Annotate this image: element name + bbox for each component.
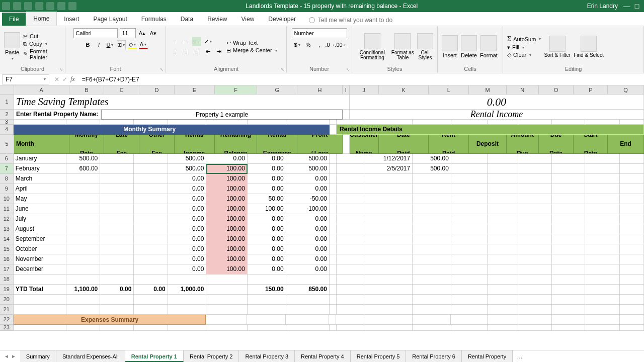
row-header[interactable]: 14 [0,234,14,244]
launcher-icon[interactable]: ⤡ [346,67,350,72]
col-header-K[interactable]: K [379,85,429,94]
cell[interactable] [585,234,620,244]
cell[interactable] [585,244,620,254]
cell[interactable] [451,315,487,325]
enter-formula-icon[interactable]: ✓ [62,76,67,83]
cell[interactable] [330,214,337,224]
cell[interactable] [552,174,585,184]
tab-data[interactable]: Data [174,13,200,26]
cell[interactable] [134,154,168,164]
cell[interactable] [66,204,100,214]
qat-icon[interactable] [57,2,65,10]
cell[interactable] [100,174,134,184]
cell[interactable] [343,110,350,120]
cell[interactable]: 0.00 [168,254,207,264]
sheet-tab[interactable]: Standard Expenses-All [56,350,125,362]
tab-file[interactable]: File [2,13,26,26]
sheet-tab[interactable]: Rental Property [462,350,513,362]
cell[interactable]: 0.00 [100,285,134,295]
cell[interactable]: 0.00 [206,154,248,164]
align-left-icon[interactable]: ≡ [170,47,179,56]
cell[interactable] [337,174,365,184]
cell[interactable]: 0.00 [168,264,207,275]
italic-button[interactable]: I [95,40,104,49]
cell[interactable] [337,184,365,194]
cell[interactable] [585,275,620,285]
cell[interactable] [134,244,168,254]
cell[interactable]: 500.00 [66,154,100,164]
cell[interactable] [330,174,337,184]
cell[interactable] [518,184,552,194]
row-header[interactable]: 3 [0,120,14,125]
cell[interactable]: RentPaid [429,135,469,154]
decrease-indent-icon[interactable]: ⇤ [203,47,212,56]
cell[interactable] [134,194,168,204]
cell[interactable] [620,214,644,224]
cell[interactable]: LateFee [104,135,139,154]
cell[interactable] [206,120,248,125]
cell[interactable] [66,174,100,184]
cell[interactable] [286,120,330,125]
cell[interactable] [66,244,100,254]
cell[interactable] [585,295,620,305]
cell[interactable]: 0.00 [248,184,286,194]
cell[interactable] [518,214,552,224]
cell[interactable]: 0.00 [168,234,207,244]
col-header-N[interactable]: N [507,85,539,94]
underline-button[interactable]: U▾ [106,40,115,49]
cell[interactable] [518,295,552,305]
autosum-button[interactable]: ΣAutoSum▾ [507,35,541,43]
cell[interactable] [585,285,620,295]
align-top-icon[interactable]: ≡ [170,37,179,46]
cell[interactable]: 0.00 [168,174,207,184]
cell[interactable] [585,315,620,325]
row-header[interactable]: 8 [0,174,14,184]
cell[interactable] [14,305,66,315]
cell[interactable] [206,295,248,305]
cell[interactable]: March [14,174,66,184]
cell[interactable] [286,275,330,285]
cell[interactable] [451,325,488,331]
cell[interactable] [518,315,552,325]
cell[interactable] [488,275,518,285]
cell[interactable] [451,174,488,184]
cell[interactable] [100,204,134,214]
cell[interactable] [451,204,488,214]
col-header-Q[interactable]: Q [608,85,644,94]
cell[interactable] [134,224,168,234]
cell[interactable] [552,184,585,194]
spreadsheet-grid[interactable]: 1Time Saving Templates0.002Enter Rental … [0,95,644,331]
cell[interactable] [585,204,620,214]
cell[interactable] [620,120,644,125]
align-center-icon[interactable]: ≡ [181,47,190,56]
cell[interactable] [413,234,451,244]
cell[interactable] [451,194,488,204]
cell[interactable]: 0.00 [286,234,330,244]
cell[interactable] [413,120,451,125]
cell[interactable]: 500.00 [168,154,207,164]
cell[interactable] [364,305,413,315]
cell[interactable] [620,264,644,275]
cell[interactable] [585,120,620,125]
cell[interactable]: 100.00 [206,214,248,224]
cell[interactable] [488,315,519,325]
cell[interactable]: RentalExpenses [257,135,297,154]
cell[interactable] [66,184,100,194]
cell[interactable] [66,234,100,244]
cell[interactable]: 0.00 [350,95,644,110]
format-as-table-button[interactable]: Format as Table [391,33,414,60]
cell[interactable]: 1/12/2017 [364,154,413,164]
cell[interactable] [329,315,336,325]
cell[interactable]: MonthlyRate [69,135,105,154]
cell[interactable] [451,295,488,305]
cell[interactable] [168,120,207,125]
cell[interactable] [488,174,518,184]
cell[interactable] [100,154,134,164]
cell[interactable] [364,204,413,214]
launcher-icon[interactable]: ⤡ [160,67,164,72]
qat-icon[interactable] [46,2,54,10]
save-icon[interactable] [2,2,10,10]
cell[interactable] [413,264,451,275]
cut-button[interactable]: ✂Cut [23,33,61,40]
cell[interactable] [488,194,518,204]
